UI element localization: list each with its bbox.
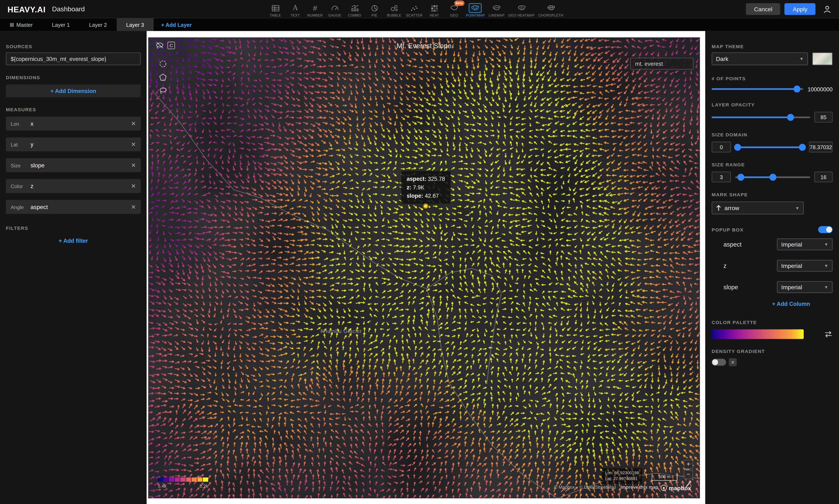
reverse-palette-icon[interactable] [824, 330, 833, 338]
size-domain-min[interactable]: 0 [712, 142, 731, 152]
chevron-down-icon: ▼ [799, 56, 804, 61]
add-filter-button[interactable]: + Add filter [0, 237, 146, 244]
top-bar: HEAVY.AI Dashboard TABLE A TEXT # NUMBER… [0, 0, 839, 18]
legend-swatches [158, 478, 208, 482]
size-range-slider[interactable] [735, 174, 810, 180]
osm-attribution-link[interactable]: © OpenStreetMap [579, 484, 616, 490]
tab-master[interactable]: ▦Master [0, 18, 42, 31]
chart-type-combo[interactable]: COMBO [347, 3, 363, 17]
cancel-button[interactable]: Cancel [746, 3, 780, 15]
heat-icon [429, 3, 440, 13]
bubble-icon [388, 3, 400, 13]
chart-type-bubble[interactable]: BUBBLE [386, 3, 402, 17]
remove-measure-icon[interactable]: ✕ [126, 120, 141, 127]
chart-type-linemap[interactable]: LINEMAP [489, 3, 505, 17]
grid-icon: ▦ [10, 22, 14, 28]
map-attribution: © Mapbox © OpenStreetMap Improve this ma… [551, 484, 658, 490]
chevron-down-icon: ▼ [824, 285, 828, 289]
chart-type-heat[interactable]: HEAT [426, 3, 442, 17]
remove-measure-icon[interactable]: ✕ [126, 141, 141, 148]
measure-row-size[interactable]: Size slope ✕ [6, 158, 141, 172]
measure-row-lat[interactable]: Lat y ✕ [6, 138, 141, 151]
chart-type-table[interactable]: TABLE [267, 3, 284, 17]
map-theme-select[interactable]: Dark▼ [712, 52, 808, 65]
lasso-disabled-icon[interactable] [155, 42, 164, 49]
measure-row-lon[interactable]: Lon x ✕ [6, 116, 141, 130]
popup-row-aspect: aspect Imperial▼ [712, 238, 833, 250]
legend-max: 8.2k [199, 483, 208, 489]
page-title: Dashboard [52, 5, 85, 13]
improve-map-link[interactable]: Improve this map [620, 484, 658, 490]
map-card: Mt. Everest Slope C aspect: 325.78 z: 7.… [148, 37, 700, 498]
size-range-label: SIZE RANGE [712, 162, 833, 167]
remove-measure-icon[interactable]: ✕ [126, 203, 141, 210]
map-scale-bar: 500 m [652, 474, 678, 481]
lasso-select-tool[interactable] [159, 87, 168, 94]
zoom-in-button[interactable]: + [684, 460, 693, 469]
tab-layer-2[interactable]: Layer 2 [80, 18, 117, 31]
z-unit-select[interactable]: Imperial▼ [777, 260, 833, 271]
opacity-value: 85 [815, 112, 833, 122]
chart-type-text[interactable]: A TEXT [287, 3, 303, 17]
density-gradient-toggle[interactable] [712, 359, 726, 366]
size-domain-max[interactable]: 78.37032 [809, 142, 833, 152]
source-input[interactable] [6, 52, 141, 65]
measures-label: MEASURES [6, 107, 141, 112]
measure-row-angle[interactable]: Angle aspect ✕ [6, 200, 141, 214]
tab-layer-1[interactable]: Layer 1 [42, 18, 80, 31]
map-search-input[interactable] [630, 58, 694, 70]
mapbox-attribution-link[interactable]: © Mapbox [554, 484, 575, 490]
add-layer-button[interactable]: + Add Layer [154, 18, 199, 31]
map-legend: 5.4k 8.2k [158, 478, 208, 489]
map-panel-container: Mt. Everest Slope C aspect: 325.78 z: 7.… [146, 31, 705, 504]
chart-type-pointmap[interactable]: POINTMAP [466, 3, 485, 17]
add-dimension-button[interactable]: + Add Dimension [6, 85, 141, 97]
add-column-button[interactable]: + Add Column [712, 300, 833, 307]
polygon-select-tool[interactable] [159, 73, 168, 81]
chart-type-scatter[interactable]: SCATTER [406, 3, 423, 17]
map-tooltip: aspect: 325.78 z: 7.9K slope: 42.67 [401, 171, 450, 204]
chevron-down-icon: ▼ [824, 263, 828, 268]
clear-selection-button[interactable]: C [168, 42, 175, 49]
filters-label: FILTERS [6, 226, 141, 231]
hover-point-marker [423, 203, 429, 209]
mark-shape-select[interactable]: arrow ▼ [712, 201, 804, 214]
opacity-slider[interactable] [712, 113, 810, 121]
aspect-unit-select[interactable]: Imperial▼ [777, 238, 833, 250]
size-range-min[interactable]: 3 [712, 172, 731, 182]
measure-row-color[interactable]: Color z ✕ [6, 179, 141, 193]
brand-logo: HEAVY.AI [7, 5, 46, 14]
zoom-out-button[interactable]: − [684, 470, 693, 479]
chart-type-geo[interactable]: GEO Beta [446, 3, 462, 17]
popup-box-label: POPUP BOX [712, 227, 744, 232]
chevron-down-icon: ▼ [824, 242, 828, 247]
map-tools-top: C [155, 42, 175, 49]
size-range-max[interactable]: 16 [815, 172, 833, 182]
chart-type-number[interactable]: # NUMBER [307, 3, 323, 17]
chart-type-gauge[interactable]: GAUGE [327, 3, 343, 17]
chart-type-geo-heatmap[interactable]: GEO HEATMAP [508, 3, 535, 17]
points-slider[interactable] [712, 86, 803, 92]
remove-measure-icon[interactable]: ✕ [126, 162, 141, 169]
map-canvas[interactable] [148, 37, 700, 498]
user-account-icon[interactable] [822, 4, 833, 15]
chart-type-choropleth[interactable]: CHOROPLETH [538, 3, 563, 17]
tab-layer-3[interactable]: Layer 3 [117, 18, 154, 31]
gauge-icon [329, 3, 341, 13]
mapbox-logo[interactable]: mapbox [660, 484, 691, 491]
density-gradient-remove-icon[interactable]: ✕ [729, 358, 737, 366]
size-domain-label: SIZE DOMAIN [712, 132, 833, 138]
remove-measure-icon[interactable]: ✕ [126, 183, 141, 190]
size-domain-slider[interactable] [735, 144, 805, 150]
circle-select-tool[interactable] [159, 60, 168, 68]
popup-row-z: z Imperial▼ [712, 260, 833, 271]
table-icon [269, 3, 281, 13]
chart-type-pie[interactable]: PIE [366, 3, 383, 17]
choropleth-icon [544, 3, 557, 13]
place-label: Khumbu Glacier [320, 328, 362, 334]
color-palette-bar[interactable] [712, 329, 804, 339]
map-theme-thumbnail[interactable] [812, 52, 833, 65]
slope-unit-select[interactable]: Imperial▼ [777, 281, 833, 293]
apply-button[interactable]: Apply [785, 3, 816, 15]
popup-box-toggle[interactable] [818, 226, 833, 233]
